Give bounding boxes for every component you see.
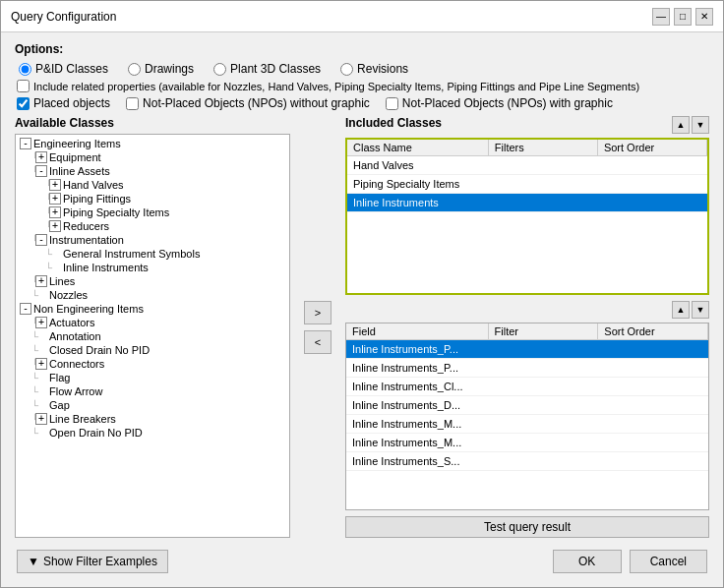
lower-row-0[interactable]: Inline Instruments_P... <box>346 340 708 359</box>
tree-label-nozzles: Nozzles <box>49 289 88 301</box>
radio-plant3d[interactable]: Plant 3D Classes <box>213 62 321 76</box>
radio-pid[interactable]: P&ID Classes <box>19 62 108 76</box>
lower-col-field: Field <box>346 323 489 339</box>
included-classes-table: Class Name Filters Sort Order Hand Valve… <box>345 138 709 295</box>
expand-equipment[interactable]: + <box>35 151 47 163</box>
cancel-button[interactable]: Cancel <box>630 550 707 573</box>
tree-item-lines[interactable]: └ + Lines <box>18 274 287 288</box>
tree-item-nozzles[interactable]: └ Nozzles <box>18 288 287 302</box>
included-row-piping-specialty[interactable]: Piping Specialty Items <box>347 175 707 194</box>
included-classes-label: Included Classes <box>345 116 442 130</box>
test-query-button[interactable]: Test query result <box>345 516 709 538</box>
included-row-inline-instruments[interactable]: Inline Instruments <box>347 194 707 212</box>
lower-panel-header: ▲ ▼ <box>345 301 709 319</box>
expand-hand-valves[interactable]: + <box>49 179 61 191</box>
lower-row-5[interactable]: Inline Instruments_M... <box>346 434 708 452</box>
lower-sort-5 <box>598 441 708 443</box>
lower-sort-down-button[interactable]: ▼ <box>692 301 709 319</box>
tree-label-connectors: Connectors <box>49 358 104 370</box>
remove-button[interactable]: < <box>304 330 332 354</box>
lower-filter-1 <box>489 367 599 369</box>
radio-drawings-label: Drawings <box>145 62 194 76</box>
transfer-buttons: > < <box>298 116 337 538</box>
add-button[interactable]: > <box>304 301 332 324</box>
expand-reducers[interactable]: + <box>49 220 61 232</box>
included-name-hand-valves: Hand Valves <box>347 158 489 172</box>
minimize-button[interactable]: — <box>652 8 670 26</box>
lower-sort-up-button[interactable]: ▲ <box>672 301 690 319</box>
tree-item-closed-drain[interactable]: └ Closed Drain No PID <box>18 343 287 357</box>
expand-actuators[interactable]: + <box>35 317 47 328</box>
included-sort-buttons: ▲ ▼ <box>672 116 709 134</box>
included-row-hand-valves[interactable]: Hand Valves <box>347 156 707 175</box>
expand-non-engineering[interactable]: - <box>20 303 31 315</box>
tree-label-reducers: Reducers <box>63 220 109 232</box>
show-filter-examples-button[interactable]: ▼ Show Filter Examples <box>17 550 168 573</box>
expand-instrumentation[interactable]: - <box>35 234 47 246</box>
lower-row-4[interactable]: Inline Instruments_M... <box>346 415 708 434</box>
included-sort-down-button[interactable]: ▼ <box>692 116 709 134</box>
radio-group: P&ID Classes Drawings Plant 3D Classes R… <box>19 62 709 76</box>
tree-label-lines: Lines <box>49 275 75 287</box>
lower-row-6[interactable]: Inline Instruments_S... <box>346 452 708 471</box>
expand-connectors[interactable]: + <box>35 358 47 370</box>
tree-item-general-instrument[interactable]: └ General Instrument Symbols <box>18 247 287 261</box>
tree-item-inline-assets[interactable]: └ - Inline Assets <box>18 164 287 178</box>
tree-label-engineering-items: Engineering Items <box>33 138 121 149</box>
lower-row-2[interactable]: Inline Instruments_Cl... <box>346 378 708 396</box>
tree-item-open-drain[interactable]: └ Open Drain No PID <box>18 426 287 440</box>
ok-button[interactable]: OK <box>553 550 622 573</box>
npo-with-graphic-item[interactable]: Not-Placed Objects (NPOs) with graphic <box>386 96 613 110</box>
lower-table: Field Filter Sort Order Inline Instrumen… <box>345 323 709 510</box>
tree-item-hand-valves[interactable]: └ + Hand Valves <box>18 178 287 192</box>
tree-item-equipment[interactable]: └ + Equipment <box>18 150 287 164</box>
radio-drawings[interactable]: Drawings <box>128 62 194 76</box>
tree-item-reducers[interactable]: └ + Reducers <box>18 219 287 233</box>
npo-no-graphic-item[interactable]: Not-Placed Objects (NPOs) without graphi… <box>126 96 370 110</box>
tree-item-instrumentation[interactable]: └ - Instrumentation <box>18 233 287 247</box>
window-controls: — □ ✕ <box>652 8 713 26</box>
lower-sort-0 <box>598 348 708 350</box>
expand-engineering-items[interactable]: - <box>20 138 31 149</box>
tree-item-inline-instruments[interactable]: └ Inline Instruments <box>18 261 287 274</box>
tree-label-general-instrument: General Instrument Symbols <box>63 248 200 260</box>
tree-label-hand-valves: Hand Valves <box>63 179 124 191</box>
placed-objects-item[interactable]: Placed objects <box>17 96 110 110</box>
lower-field-0: Inline Instruments_P... <box>346 342 489 356</box>
included-sort-hand-valves <box>598 164 707 166</box>
tree-item-flag[interactable]: └ Flag <box>18 371 287 384</box>
lower-row-1[interactable]: Inline Instruments_P... <box>346 359 708 378</box>
expand-piping-specialty[interactable]: + <box>49 206 61 218</box>
tree-item-piping-fittings[interactable]: └ + Piping Fittings <box>18 192 287 206</box>
tree-label-inline-instruments: Inline Instruments <box>63 262 149 273</box>
tree-item-gap[interactable]: └ Gap <box>18 398 287 412</box>
expand-line-breakers[interactable]: + <box>35 413 47 425</box>
radio-revisions[interactable]: Revisions <box>340 62 408 76</box>
included-filters-inline-instruments <box>489 202 598 204</box>
included-sort-up-button[interactable]: ▲ <box>672 116 690 134</box>
ok-cancel-buttons: OK Cancel <box>553 550 707 573</box>
include-related-row: Include related properties (available fo… <box>17 80 709 92</box>
tree-item-actuators[interactable]: └ + Actuators <box>18 316 287 329</box>
expand-piping-fittings[interactable]: + <box>49 193 61 205</box>
maximize-button[interactable]: □ <box>674 8 692 26</box>
title-bar: Query Configuration — □ ✕ <box>1 1 723 32</box>
expand-inline-assets[interactable]: - <box>35 165 47 177</box>
close-button[interactable]: ✕ <box>695 8 713 26</box>
included-sort-piping-specialty <box>598 183 707 185</box>
tree-item-engineering-items[interactable]: - Engineering Items <box>18 137 287 150</box>
tree-item-piping-specialty[interactable]: └ + Piping Specialty Items <box>18 206 287 219</box>
include-related-checkbox[interactable] <box>17 80 30 92</box>
tree-item-non-engineering[interactable]: - Non Engineering Items <box>18 302 287 316</box>
lower-field-3: Inline Instruments_D... <box>346 398 489 412</box>
included-name-piping-specialty: Piping Specialty Items <box>347 177 489 191</box>
available-classes-tree[interactable]: - Engineering Items └ + Equipment └ <box>15 134 290 538</box>
tree-item-connectors[interactable]: └ + Connectors <box>18 357 287 371</box>
expand-lines[interactable]: + <box>35 275 47 287</box>
tree-item-annotation[interactable]: └ Annotation <box>18 329 287 343</box>
lower-filter-4 <box>489 423 599 425</box>
lower-row-3[interactable]: Inline Instruments_D... <box>346 396 708 415</box>
tree-item-line-breakers[interactable]: └ + Line Breakers <box>18 412 287 426</box>
tree-item-flow-arrow[interactable]: └ Flow Arrow <box>18 384 287 398</box>
radio-pid-label: P&ID Classes <box>35 62 108 76</box>
